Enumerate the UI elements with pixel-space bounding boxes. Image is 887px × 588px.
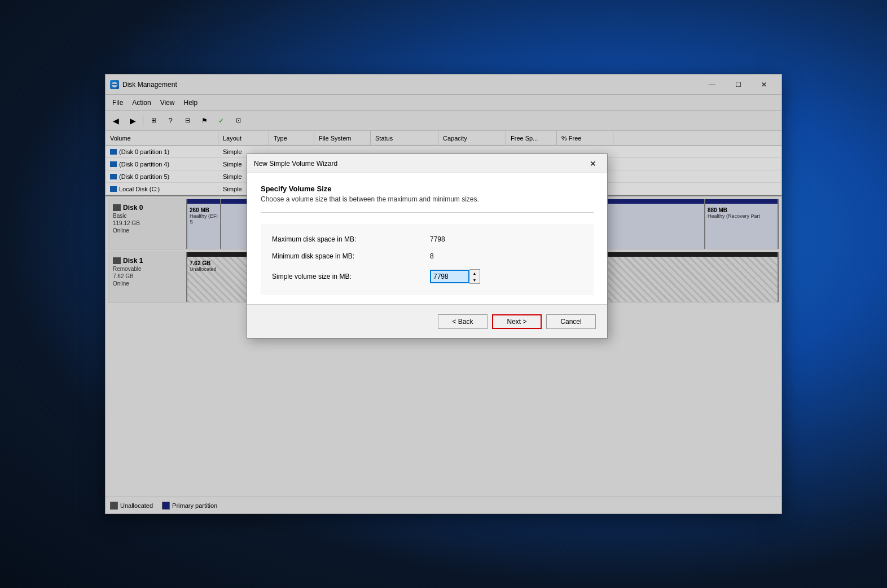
dialog-section-title: Specify Volume Size (261, 185, 594, 193)
spinner-down-button[interactable]: ▼ (469, 277, 480, 283)
dialog-close-button[interactable]: ✕ (586, 157, 600, 170)
field-value-max: 7798 (430, 235, 445, 243)
dialog-title-bar: New Simple Volume Wizard ✕ (247, 154, 607, 173)
dialog-overlay: New Simple Volume Wizard ✕ Specify Volum… (106, 74, 781, 514)
cancel-button[interactable]: Cancel (546, 314, 596, 329)
back-button[interactable]: < Back (438, 314, 488, 329)
field-label-size: Simple volume size in MB: (272, 273, 430, 280)
volume-size-input[interactable] (430, 270, 469, 283)
spinner-up-button[interactable]: ▲ (469, 270, 480, 277)
next-button[interactable]: Next > (492, 314, 542, 329)
dialog-footer: < Back Next > Cancel (247, 304, 607, 338)
field-label-max: Maximum disk space in MB: (272, 235, 430, 243)
dialog-fields: Maximum disk space in MB: 7798 Minimum d… (261, 224, 594, 295)
wizard-dialog: New Simple Volume Wizard ✕ Specify Volum… (247, 153, 608, 339)
field-row-max: Maximum disk space in MB: 7798 (272, 235, 582, 243)
spinner-buttons: ▲ ▼ (469, 269, 480, 284)
field-label-min: Minimum disk space in MB: (272, 252, 430, 260)
dialog-body: Specify Volume Size Choose a volume size… (247, 173, 607, 304)
spinner-wrap: ▲ ▼ (430, 269, 480, 284)
field-value-min: 8 (430, 252, 434, 260)
field-row-min: Minimum disk space in MB: 8 (272, 252, 582, 260)
main-window: Disk Management — ☐ ✕ File Action View H… (105, 74, 782, 514)
field-row-size: Simple volume size in MB: ▲ ▼ (272, 269, 582, 284)
dialog-divider (261, 212, 594, 213)
dialog-section-desc: Choose a volume size that is between the… (261, 195, 594, 203)
dialog-title: New Simple Volume Wizard (254, 160, 337, 168)
